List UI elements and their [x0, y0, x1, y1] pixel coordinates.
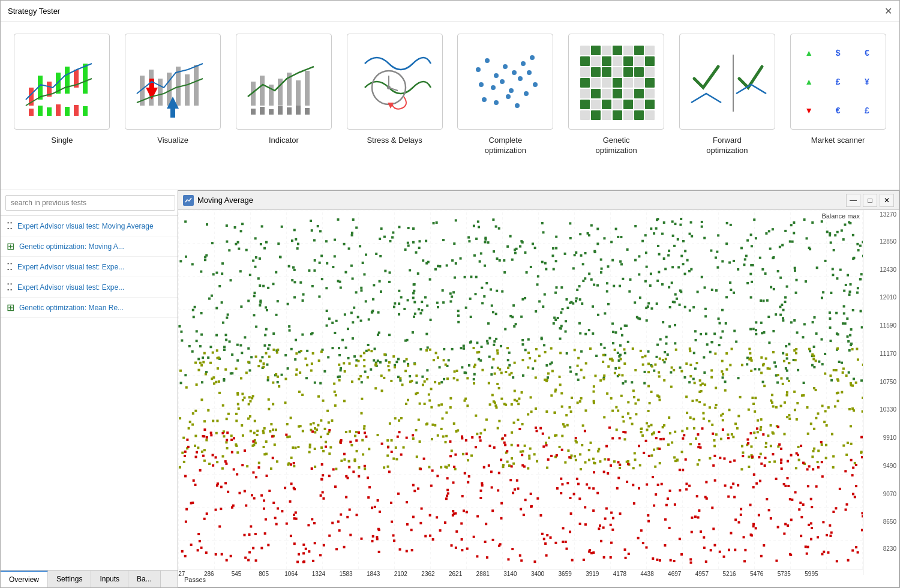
- svg-rect-924: [614, 331, 617, 334]
- svg-rect-1362: [673, 369, 675, 371]
- svg-rect-1796: [741, 364, 743, 366]
- toolbar-stress-delays[interactable]: Stress & Delays: [345, 28, 444, 184]
- tab-ba[interactable]: Ba...: [128, 571, 161, 587]
- y-label-11590: 11590: [880, 322, 896, 329]
- toolbar-visualize[interactable]: Visualize: [124, 28, 223, 184]
- svg-rect-1691: [348, 460, 350, 463]
- svg-rect-962: [644, 234, 647, 236]
- svg-rect-2144: [298, 553, 300, 556]
- svg-rect-2155: [815, 485, 818, 488]
- svg-rect-761: [795, 279, 797, 281]
- svg-rect-1844: [734, 518, 737, 521]
- svg-rect-350: [612, 331, 614, 333]
- svg-rect-1166: [786, 391, 788, 394]
- history-item-3[interactable]: ⁚⁚ Expert Advisor visual test: Expe...: [1, 257, 180, 277]
- svg-rect-2164: [464, 472, 466, 475]
- svg-rect-658: [398, 290, 400, 292]
- toolbar-single[interactable]: Single: [13, 28, 112, 184]
- svg-rect-2245: [343, 546, 346, 548]
- svg-rect-773: [554, 292, 557, 294]
- svg-rect-1913: [322, 491, 324, 493]
- svg-rect-2010: [643, 452, 645, 454]
- svg-rect-792: [668, 286, 670, 289]
- svg-rect-20: [194, 65, 199, 106]
- svg-rect-904: [760, 322, 763, 324]
- svg-rect-1944: [806, 553, 808, 555]
- svg-rect-2119: [844, 470, 847, 472]
- svg-rect-1003: [200, 334, 203, 336]
- svg-rect-1792: [528, 457, 530, 460]
- toolbar-indicator[interactable]: Indicator: [235, 28, 334, 184]
- svg-rect-1199: [614, 349, 616, 351]
- svg-rect-2334: [627, 463, 629, 465]
- svg-rect-2382: [697, 433, 699, 436]
- svg-point-44: [476, 67, 481, 72]
- svg-rect-1969: [655, 493, 657, 496]
- svg-rect-607: [222, 322, 224, 324]
- tab-overview[interactable]: Overview: [1, 571, 48, 587]
- svg-rect-2234: [780, 448, 782, 450]
- svg-rect-1934: [683, 434, 685, 436]
- svg-rect-1729: [370, 350, 373, 352]
- svg-rect-90: [645, 78, 655, 88]
- svg-rect-1595: [517, 419, 519, 421]
- svg-rect-1849: [588, 487, 590, 489]
- chart-window-controls: — □ ✕: [846, 194, 894, 207]
- toolbar-market-scanner[interactable]: ▲ $ € ▲ £ ¥ ▼ € £ Market scanner: [788, 28, 887, 184]
- svg-rect-2366: [560, 478, 562, 480]
- svg-rect-1757: [182, 437, 185, 439]
- svg-rect-407: [856, 243, 859, 245]
- minimize-button[interactable]: —: [846, 194, 860, 207]
- svg-rect-619: [617, 236, 619, 238]
- history-item-1[interactable]: ⁚⁚ Expert Advisor visual test: Moving Av…: [1, 216, 180, 236]
- close-button[interactable]: ✕: [884, 7, 892, 16]
- svg-rect-1337: [479, 432, 482, 434]
- svg-rect-2021: [519, 554, 521, 557]
- svg-rect-994: [733, 260, 735, 262]
- svg-rect-1824: [592, 487, 595, 490]
- history-icon-3: ⁚⁚: [7, 261, 13, 272]
- svg-rect-1981: [268, 490, 271, 492]
- svg-rect-1329: [715, 404, 718, 406]
- svg-rect-2246: [810, 498, 812, 500]
- svg-rect-973: [560, 325, 563, 327]
- maximize-button[interactable]: □: [863, 194, 877, 207]
- toolbar-forward-opt[interactable]: Forward optimization: [678, 28, 777, 184]
- svg-rect-1706: [412, 437, 415, 440]
- svg-point-62: [533, 82, 538, 87]
- tab-settings[interactable]: Settings: [48, 571, 91, 587]
- svg-rect-1976: [186, 439, 188, 441]
- toolbar-genetic-opt[interactable]: Genetic optimization: [567, 28, 666, 184]
- svg-rect-2205: [507, 558, 509, 560]
- svg-rect-165: [372, 298, 374, 301]
- svg-rect-2216: [586, 483, 588, 485]
- search-input[interactable]: [5, 195, 175, 211]
- svg-rect-321: [374, 347, 376, 350]
- history-item-4[interactable]: ⁚⁚ Expert Advisor visual test: Expe...: [1, 277, 180, 298]
- svg-rect-722: [521, 343, 524, 346]
- tab-inputs[interactable]: Inputs: [91, 571, 128, 587]
- svg-rect-799: [434, 268, 437, 271]
- svg-rect-490: [255, 326, 257, 328]
- svg-rect-1348: [571, 397, 573, 399]
- svg-rect-1857: [610, 542, 613, 544]
- history-item-5[interactable]: ⊞ Genetic optimization: Mean Re...: [1, 298, 180, 318]
- svg-rect-281: [704, 308, 707, 310]
- chart-close-button[interactable]: ✕: [880, 194, 894, 207]
- svg-rect-918: [577, 379, 580, 381]
- svg-rect-639: [580, 350, 583, 353]
- svg-rect-566: [578, 285, 581, 287]
- toolbar-complete-opt[interactable]: Complete optimization: [456, 28, 555, 184]
- history-item-2[interactable]: ⊞ Genetic optimization: Moving A...: [1, 236, 180, 257]
- svg-rect-1120: [246, 465, 248, 467]
- svg-rect-1911: [293, 514, 295, 516]
- market-scanner-icon-box: ▲ $ € ▲ £ ¥ ▼ € £: [790, 34, 886, 130]
- svg-rect-217: [378, 331, 380, 334]
- svg-rect-1496: [197, 369, 200, 371]
- svg-rect-2000: [231, 451, 233, 454]
- svg-rect-2074: [194, 484, 196, 486]
- svg-rect-655: [394, 364, 396, 367]
- svg-rect-349: [266, 309, 268, 311]
- svg-rect-2250: [697, 516, 700, 518]
- svg-rect-1092: [217, 367, 219, 370]
